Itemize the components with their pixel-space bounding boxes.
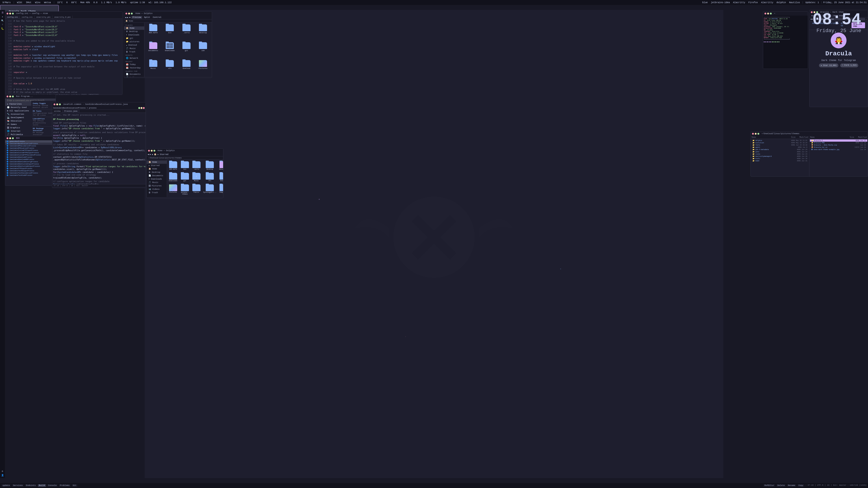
taskbar-app-idea[interactable]: blue — [701, 1, 709, 4]
taskbar-workspace[interactable]: 9/Mars — [1, 1, 12, 4]
sidebar-desktop[interactable]: 🖥 Desktop — [124, 30, 144, 33]
taskbar-app-wlnx[interactable]: Wlnx — [34, 1, 41, 4]
process-ftp-input[interactable]: 🔵 CandidateFTPInputProcess — [5, 167, 52, 170]
dock-menu[interactable]: ☰ — [2, 11, 4, 14]
max-button[interactable] — [59, 103, 61, 105]
stop-icon[interactable] — [143, 107, 145, 109]
tb-build[interactable]: Build — [38, 484, 46, 487]
tab-configini2[interactable]: config.ini — [20, 15, 35, 19]
sidebar-onecloud[interactable]: ☁ OneCoud — [124, 43, 144, 47]
file-evolution[interactable]: 📁evolution4096 May 26 16:24 — [751, 142, 809, 144]
dock-settings[interactable]: ⚙ — [2, 470, 3, 473]
process-custom-ftp-input[interactable]: 🔵 CandidateCustomFTPInputProcess — [5, 149, 52, 152]
starred-btn[interactable]: ★ Starred — [157, 153, 168, 156]
taskbar-bottom[interactable]: update Services Endoints Build Console P… — [0, 483, 868, 488]
folder-desktop[interactable]: Desktop — [195, 24, 211, 40]
sidebar2-home[interactable]: 🏠 Home — [147, 160, 167, 164]
tab-window[interactable]: window — [52, 109, 63, 112]
tab-alacritty[interactable]: alacritty.yml — [35, 15, 53, 19]
tab-configini[interactable]: config.ini — [5, 15, 20, 19]
sidebar2-desktop[interactable]: 🖥 Desktop — [147, 170, 167, 174]
folder-dl2[interactable]: Downloads — [168, 172, 178, 183]
sidebar2-documents[interactable]: 📄 Documents — [147, 174, 167, 177]
tb-services[interactable]: Services — [12, 484, 24, 487]
file-dracula-pro[interactable]: 📁Dracula-PRO4096 Jun 24 — [810, 142, 868, 144]
folder-bin[interactable]: bin — [162, 24, 178, 40]
file-zeno-jpg[interactable]: 🖼zeno-dark-theme-example.jpgJun 24 — [810, 149, 868, 151]
close-button[interactable] — [54, 103, 55, 105]
folder-videos2[interactable]: Videos — [168, 197, 178, 197]
dock-git[interactable]: ⑂ — [2, 24, 3, 26]
taskbar-top[interactable]: 9/Mars | Wlbt 5Mot Wlnx Wetsa | 15°C 6 6… — [0, 0, 868, 5]
min-button[interactable] — [128, 13, 130, 14]
tb-rename[interactable]: Rename — [787, 484, 796, 487]
folder-wfd[interactable]: WFD REPOSITORY — [179, 197, 191, 197]
process-candidate-dp-alu[interactable]: 🔵 CandidateDPAluationProcess — [5, 147, 52, 149]
sidebar2-pictures[interactable]: 🖼 Pictures — [147, 184, 167, 188]
editor-content[interactable]: 132# See the fonts wiki page for more de… — [5, 19, 122, 95]
nav-forward[interactable]: ▶ — [150, 153, 151, 156]
tb-console[interactable]: Console — [47, 484, 58, 487]
max-button[interactable] — [12, 96, 14, 97]
home-btn[interactable]: 🏠 — [154, 153, 156, 156]
folder-polybar[interactable]: polybar-themes — [179, 184, 191, 196]
close-button[interactable] — [148, 150, 150, 152]
folder-bin2[interactable]: bin — [179, 160, 191, 171]
sidebar2-downloads[interactable]: ⬇ Downloads — [147, 177, 167, 181]
sysinfo-content[interactable]: ╔══════════════════════════════╗ USER: b… — [763, 15, 808, 69]
file-dolphin[interactable]: 📁dolphin4096 May 26 21:31 — [751, 139, 809, 142]
sidebar2-music[interactable]: 🎵 Music — [147, 181, 167, 184]
app-mx-pkg[interactable]: MX Package Installer MX Package Installe… — [32, 127, 55, 136]
close-button[interactable] — [6, 13, 8, 14]
max-button[interactable] — [12, 137, 14, 139]
file-kde4[interactable]: 📁kde44096 Jun 31 — [751, 160, 809, 162]
nav-back[interactable]: ◀ — [125, 16, 126, 19]
folder-adsauto2[interactable]: ADS-AUTO — [168, 160, 178, 171]
nav-up[interactable]: ▲ — [152, 153, 153, 156]
taskbar-app-dolphin[interactable]: dolphin — [775, 1, 787, 4]
file-gtk3[interactable]: 📁gtk34096 Jun 24 — [751, 151, 809, 153]
folder-ide[interactable]: ide — [195, 41, 211, 58]
min-button[interactable] — [767, 13, 769, 14]
tab-alacritty0[interactable]: alacritty_0.yml — [53, 15, 72, 19]
sidebar2-starred[interactable]: ★ Starred — [147, 164, 167, 167]
taskbar-app-shot[interactable]: 5Mot — [25, 1, 33, 4]
folder-music2[interactable]: ♪Music — [191, 172, 202, 183]
folder-onecloud[interactable]: OneCoud — [179, 59, 194, 76]
sidebar-trash[interactable]: 🗑 Trash — [124, 50, 144, 54]
run-icon[interactable] — [138, 107, 140, 109]
folder-pictures2[interactable]: Pictures — [168, 184, 178, 196]
process-tech-output[interactable]: 🔵 CandidateTechOutputProcess — [5, 170, 52, 172]
min-button[interactable] — [56, 103, 58, 105]
close-button[interactable] — [765, 13, 766, 14]
control-btn[interactable]: Control — [152, 16, 162, 19]
file-kactivity[interactable]: 📁kactivitymanagerd4096 Jun 26 — [751, 155, 809, 158]
app-comky[interactable]: Comky Toggle Desktop system monitor on/o… — [32, 102, 55, 109]
sidebar-documents[interactable]: 📄 Documents — [124, 72, 144, 76]
taskbar-app-nautilus[interactable]: Nautilus — [788, 1, 801, 4]
sidebar-network[interactable]: 🌐 Network — [124, 57, 144, 60]
tb-mxpditur[interactable]: MxPDItur — [763, 484, 775, 487]
min-button[interactable] — [9, 96, 11, 97]
tb-git[interactable]: Git — [72, 484, 78, 487]
process-eigen-custom-output[interactable]: 🔵 CandidateEGenCustomOutputProcess — [5, 165, 52, 167]
process-eigen-code-config[interactable]: 🔵 CandidateEGenCodeConfigProcess — [5, 161, 52, 163]
folder-public[interactable]: Public — [191, 184, 202, 196]
dock-fav[interactable]: ★ — [2, 15, 3, 18]
min-button[interactable] — [755, 133, 756, 135]
process-eigen-code[interactable]: 🔵 CandidateEGenCodeProcess — [5, 156, 52, 158]
file-kcalc[interactable]: 📁kcalc4096 Jun 16 — [751, 158, 809, 160]
max-button[interactable] — [770, 13, 772, 14]
folder-nfs[interactable]: nfs — [162, 59, 178, 76]
nav-up[interactable]: ▲ — [129, 16, 130, 19]
min-button[interactable] — [151, 150, 153, 152]
sidebar-audio[interactable]: 🎵 Audio Files — [124, 76, 144, 77]
folder-synology[interactable]: SynologyDri... — [202, 184, 217, 196]
file-gedit[interactable]: 📁gedit4096 Jun 8 — [751, 146, 809, 149]
sidebar-yesterday[interactable]: 📅 Yesterday — [124, 66, 144, 70]
dock-search[interactable]: 🔍 — [1, 20, 4, 22]
file-icons[interactable]: 📁icons4096 Jun 24 — [751, 153, 809, 155]
folder-adsauto[interactable]: ADS-AUTO — [145, 24, 161, 40]
folder-music[interactable]: ♪ Music — [145, 59, 161, 76]
sidebar-downloads[interactable]: ⬇ Downloads — [124, 33, 144, 37]
